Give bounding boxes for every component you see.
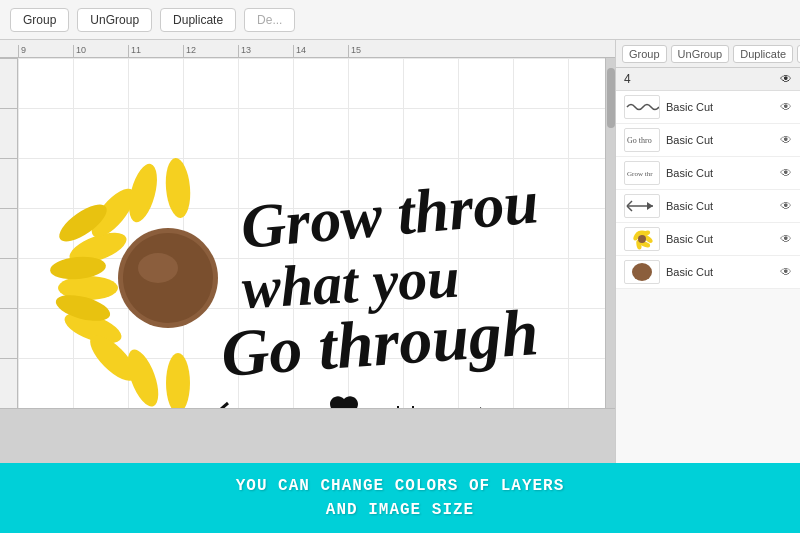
layer-group-header[interactable]: 4 👁 [616,68,800,91]
svg-marker-23 [480,407,493,408]
layer-thumbnail-3: Grow thr [624,161,660,185]
svg-text:Grow thr: Grow thr [627,170,653,178]
toolbar: Group UnGroup Duplicate De... [0,0,800,40]
svg-text:Grow through: Grow through [238,162,538,261]
ruler-top: 9 10 11 12 13 14 15 [0,40,615,58]
group-panel-button[interactable]: Group [622,45,667,63]
delete-button[interactable]: De... [244,8,295,32]
duplicate-button[interactable]: Duplicate [160,8,236,32]
layer-item-3[interactable]: Grow thr Basic Cut 👁 [616,157,800,190]
svg-line-19 [213,403,228,408]
layer-label-2: Basic Cut [666,134,774,146]
layer-label-1: Basic Cut [666,101,774,113]
layer-item-1[interactable]: Basic Cut 👁 [616,91,800,124]
ruler-mark-9: 9 [18,45,73,57]
ruler-mark-11: 11 [128,45,183,57]
ruler-left-mark-7 [0,358,17,408]
layer-label-3: Basic Cut [666,167,774,179]
design-svg: Grow through what you Go through [48,108,538,408]
layer-label-6: Basic Cut [666,266,774,278]
layers-list: 4 👁 Basic Cut 👁 [616,68,800,463]
layer-eye-4[interactable]: 👁 [780,199,792,213]
layer-label-4: Basic Cut [666,200,774,212]
layer-thumbnail-4 [624,194,660,218]
layer-item-6[interactable]: Basic Cut 👁 [616,256,800,289]
layer-item-4[interactable]: Basic Cut 👁 [616,190,800,223]
ruler-left-mark-3 [0,158,17,208]
layer-eye-1[interactable]: 👁 [780,100,792,114]
ruler-numbers: 9 10 11 12 13 14 15 [18,45,403,57]
group-button[interactable]: Group [10,8,69,32]
layer-eye-5[interactable]: 👁 [780,232,792,246]
layer-thumbnail-5 [624,227,660,251]
ruler-left-mark-5 [0,258,17,308]
ungroup-button[interactable]: UnGroup [77,8,152,32]
svg-point-8 [166,353,190,408]
ruler-left [0,58,18,408]
svg-point-38 [638,235,646,243]
layer-thumbnail-2: Go thro [624,128,660,152]
svg-text:Go thro: Go thro [627,136,652,145]
ruler-left-mark-2 [0,108,17,158]
ruler-left-mark-4 [0,208,17,258]
canvas-wrapper: 9 10 11 12 13 14 15 [0,40,615,463]
ruler-left-numbers [0,58,17,408]
canvas-scrollbar[interactable] [605,58,615,408]
canvas-bottom-scroll[interactable] [0,408,615,418]
ruler-mark-12: 12 [183,45,238,57]
svg-point-14 [138,253,178,283]
app-container: Group UnGroup Duplicate De... 9 10 11 12… [0,0,800,533]
layer-item-5[interactable]: Basic Cut 👁 [616,223,800,256]
content-area: 9 10 11 12 13 14 15 [0,40,800,463]
svg-point-39 [632,263,652,281]
ungroup-panel-button[interactable]: UnGroup [671,45,730,63]
banner-line1: YOU CAN CHANGE COLORS OF LAYERS [236,477,565,495]
layer-item-2[interactable]: Go thro Basic Cut 👁 [616,124,800,157]
ruler-mark-13: 13 [238,45,293,57]
layer-thumbnail-1 [624,95,660,119]
ruler-left-mark-6 [0,308,17,358]
layer-eye-2[interactable]: 👁 [780,133,792,147]
canvas-scrollbar-thumb[interactable] [607,68,615,128]
right-panel: Group UnGroup Duplicate De 4 👁 [615,40,800,463]
layer-thumbnail-6 [624,260,660,284]
ruler-mark-15: 15 [348,45,403,57]
layer-label-5: Basic Cut [666,233,774,245]
ruler-mark-10: 10 [73,45,128,57]
canvas-body: Grow through what you Go through [0,58,615,408]
banner-line2: AND IMAGE SIZE [326,501,474,519]
canvas-grid[interactable]: Grow through what you Go through [18,58,605,408]
ruler-mark-14: 14 [293,45,348,57]
duplicate-panel-button[interactable]: Duplicate [733,45,793,63]
bottom-banner-text: YOU CAN CHANGE COLORS OF LAYERS AND IMAG… [236,474,565,522]
layer-eye-6[interactable]: 👁 [780,265,792,279]
svg-marker-29 [647,202,653,210]
ruler-left-mark-1 [0,58,17,108]
group-number: 4 [624,72,631,86]
group-eye-icon[interactable]: 👁 [780,72,792,86]
bottom-banner: YOU CAN CHANGE COLORS OF LAYERS AND IMAG… [0,463,800,533]
layer-eye-3[interactable]: 👁 [780,166,792,180]
svg-point-3 [163,157,192,219]
panel-header: Group UnGroup Duplicate De [616,40,800,68]
